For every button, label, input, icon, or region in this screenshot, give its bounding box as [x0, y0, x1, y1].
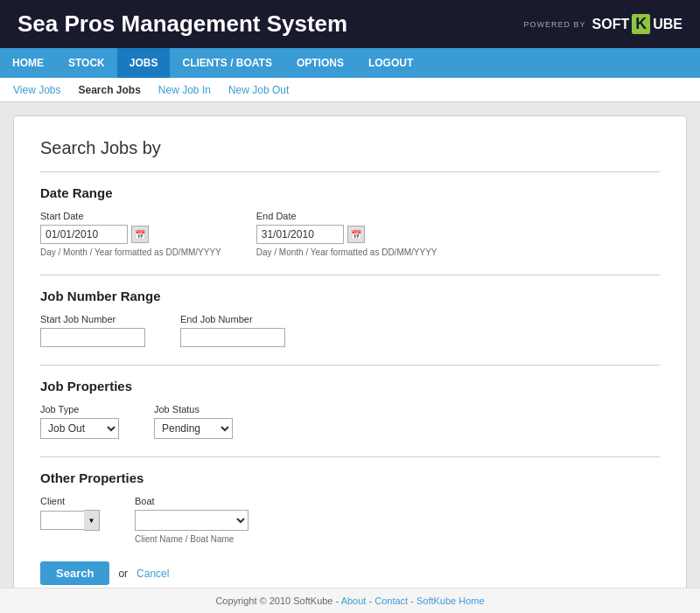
footer-softkube-home-link[interactable]: SoftKube Home	[416, 596, 485, 606]
client-group: Client ▼	[40, 496, 100, 544]
nav-options[interactable]: OPTIONS	[284, 48, 356, 78]
job-properties-section: Job Properties Job Type Job In Job Out J…	[40, 379, 660, 439]
job-number-section: Job Number Range Start Job Number End Jo…	[40, 289, 660, 347]
app-title: Sea Pros Management System	[18, 10, 347, 38]
date-range-heading: Date Range	[40, 185, 660, 200]
job-status-select[interactable]: Pending Complete In Progress	[154, 418, 233, 439]
start-job-number-label: Start Job Number	[40, 314, 145, 324]
end-date-calendar-icon[interactable]: 📅	[347, 226, 365, 243]
boat-label: Boat	[135, 496, 248, 506]
brand-k-text: K	[632, 14, 650, 34]
title-divider	[40, 171, 660, 172]
header: Sea Pros Management System POWERED BY SO…	[0, 0, 700, 48]
end-date-group: End Date 📅 Day / Month / Year formatted …	[256, 211, 438, 257]
job-type-group: Job Type Job In Job Out	[40, 404, 119, 439]
subnav-new-job-in[interactable]: New Job In	[154, 84, 215, 96]
footer-about-link[interactable]: About	[341, 596, 367, 606]
end-job-number-group: End Job Number	[180, 314, 285, 347]
client-dropdown-arrow[interactable]: ▼	[84, 510, 100, 531]
end-date-wrapper: 📅	[256, 225, 438, 244]
search-row: Search or Cancel	[40, 561, 660, 585]
start-date-calendar-icon[interactable]: 📅	[131, 226, 149, 243]
search-button[interactable]: Search	[40, 561, 109, 585]
start-date-hint: Day / Month / Year formatted as DD/MM/YY…	[40, 247, 221, 257]
footer: Copyright © 2010 SoftKube - About - Cont…	[0, 588, 700, 613]
client-wrapper: ▼	[40, 510, 100, 531]
subnav-new-job-out[interactable]: New Job Out	[224, 84, 293, 96]
job-number-row: Start Job Number End Job Number	[40, 314, 660, 347]
date-range-section: Date Range Start Date 📅 Day / Month / Ye…	[40, 185, 660, 257]
brand-soft-text: SOFT	[592, 17, 630, 32]
end-date-label: End Date	[256, 211, 438, 221]
footer-contact-link[interactable]: Contact	[374, 596, 408, 606]
end-job-number-label: End Job Number	[180, 314, 285, 324]
footer-copyright: Copyright © 2010 SoftKube -	[215, 596, 340, 606]
job-status-label: Job Status	[154, 404, 233, 414]
nav-home[interactable]: HOME	[0, 48, 56, 78]
nav-stock[interactable]: STOCK	[56, 48, 117, 78]
other-properties-heading: Other Properties	[40, 470, 660, 485]
date-divider	[40, 275, 660, 275]
or-text: or	[118, 568, 128, 580]
navbar: HOME STOCK JOBS CLIENTS / BOATS OPTIONS …	[0, 48, 700, 78]
other-properties-row: Client ▼ Boat Client Name / Boat Name	[40, 496, 660, 544]
job-type-label: Job Type	[40, 404, 119, 414]
cancel-link[interactable]: Cancel	[136, 568, 169, 580]
form-title: Search Jobs by	[40, 138, 660, 158]
main-content: Search Jobs by Date Range Start Date 📅 D…	[0, 102, 700, 613]
form-card: Search Jobs by Date Range Start Date 📅 D…	[13, 115, 687, 612]
job-properties-row: Job Type Job In Job Out Job Status Pendi…	[40, 404, 660, 439]
end-job-number-input[interactable]	[180, 328, 285, 347]
client-input[interactable]	[40, 511, 84, 530]
job-properties-divider	[40, 456, 660, 457]
brand-ube-text: UBE	[653, 17, 682, 32]
end-date-input[interactable]	[256, 225, 344, 244]
powered-by-text: POWERED BY	[524, 20, 586, 29]
job-properties-heading: Job Properties	[40, 379, 660, 394]
subnav-view-jobs[interactable]: View Jobs	[9, 84, 65, 96]
nav-jobs[interactable]: JOBS	[117, 48, 171, 78]
subnav-search-jobs: Search Jobs	[74, 84, 144, 96]
brand-logo: POWERED BY SOFT K UBE	[524, 14, 682, 34]
nav-clients-boats[interactable]: CLIENTS / BOATS	[170, 48, 284, 78]
job-type-select[interactable]: Job In Job Out	[40, 418, 119, 439]
boat-hint: Client Name / Boat Name	[135, 534, 248, 544]
footer-sep2: -	[410, 596, 416, 606]
start-date-wrapper: 📅	[40, 225, 221, 244]
nav-logout[interactable]: LOGOUT	[356, 48, 425, 78]
start-job-number-group: Start Job Number	[40, 314, 145, 347]
start-date-input[interactable]	[40, 225, 128, 244]
subnav: View Jobs Search Jobs New Job In New Job…	[0, 78, 700, 102]
job-number-heading: Job Number Range	[40, 289, 660, 303]
start-date-label: Start Date	[40, 211, 221, 221]
date-row: Start Date 📅 Day / Month / Year formatte…	[40, 211, 660, 257]
job-number-divider	[40, 365, 660, 366]
boat-group: Boat Client Name / Boat Name	[135, 496, 248, 544]
job-status-group: Job Status Pending Complete In Progress	[154, 404, 233, 439]
start-job-number-input[interactable]	[40, 328, 145, 347]
other-properties-section: Other Properties Client ▼ Boat Client Na…	[40, 470, 660, 544]
end-date-hint: Day / Month / Year formatted as DD/MM/YY…	[256, 247, 438, 257]
start-date-group: Start Date 📅 Day / Month / Year formatte…	[40, 211, 221, 257]
boat-select[interactable]	[135, 510, 248, 531]
client-label: Client	[40, 496, 100, 506]
